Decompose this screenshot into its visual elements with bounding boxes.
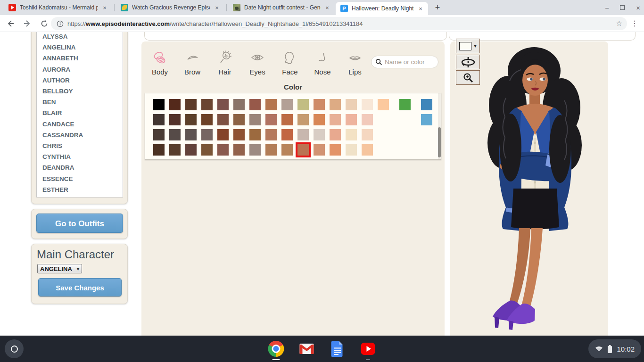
color-swatch[interactable] xyxy=(297,114,309,125)
tab-lips[interactable]: Lips xyxy=(341,50,369,76)
character-list-item[interactable]: CYNTHIA xyxy=(37,151,123,162)
color-swatch[interactable] xyxy=(249,99,261,110)
color-swatch[interactable] xyxy=(169,114,181,125)
color-swatch[interactable] xyxy=(217,114,229,125)
color-swatch[interactable] xyxy=(421,114,432,125)
character-list-item[interactable]: ESSENCE xyxy=(37,173,123,184)
browser-tab-1[interactable]: Toshiki Kadomatsu - Mermaid pr × xyxy=(4,0,112,15)
color-swatch[interactable] xyxy=(201,114,213,125)
color-swatch[interactable] xyxy=(185,129,197,140)
chrome-app-button[interactable] xyxy=(268,341,284,357)
url-text[interactable]: https://www.episodeinteractive.com/write… xyxy=(67,20,612,27)
info-icon[interactable] xyxy=(57,20,64,27)
color-swatch[interactable] xyxy=(265,99,277,110)
color-swatch[interactable] xyxy=(281,99,293,110)
status-tray[interactable]: 10:02 xyxy=(588,339,641,358)
search-input[interactable] xyxy=(385,58,432,66)
tab-close-icon[interactable]: × xyxy=(213,4,221,11)
color-swatch[interactable] xyxy=(362,114,373,125)
color-swatch[interactable] xyxy=(314,129,325,140)
character-list-item[interactable]: CANDACE xyxy=(37,119,123,130)
browser-tab-3[interactable]: Date Night outfit contest - Gener × xyxy=(228,0,335,15)
browser-tab-active[interactable]: P Halloween: Deadly Nightshade: × xyxy=(336,2,428,15)
color-swatch[interactable] xyxy=(362,99,373,110)
scrollbar-thumb[interactable] xyxy=(438,127,441,157)
tab-body[interactable]: Body xyxy=(146,50,173,76)
color-swatch[interactable] xyxy=(378,99,389,110)
color-swatch[interactable] xyxy=(346,99,357,110)
tab-close-icon[interactable]: × xyxy=(323,4,331,11)
color-swatch[interactable] xyxy=(362,129,373,140)
color-swatch[interactable] xyxy=(314,144,325,156)
main-character-select[interactable]: ANGELINA ▾ xyxy=(37,264,82,273)
color-swatch[interactable] xyxy=(330,99,341,110)
color-swatch[interactable] xyxy=(346,129,357,140)
color-swatch[interactable] xyxy=(330,114,341,125)
new-tab-button[interactable]: + xyxy=(432,2,443,14)
color-swatch[interactable] xyxy=(153,144,165,156)
browser-tab-2[interactable]: Watch Gracious Revenge Episod × xyxy=(116,0,224,15)
color-swatch[interactable] xyxy=(249,144,261,156)
tab-face[interactable]: Face xyxy=(276,50,304,76)
color-swatch[interactable] xyxy=(201,129,213,140)
gmail-app-button[interactable] xyxy=(299,341,315,357)
color-swatch[interactable] xyxy=(217,129,229,140)
color-swatch[interactable] xyxy=(153,114,165,125)
color-swatch[interactable] xyxy=(153,129,165,140)
color-swatch[interactable] xyxy=(185,99,197,110)
restore-icon[interactable] xyxy=(620,5,625,10)
color-swatch[interactable] xyxy=(297,99,309,110)
color-swatch[interactable] xyxy=(346,114,357,125)
character-list-item[interactable]: AURORA xyxy=(37,64,123,75)
bookmark-star-icon[interactable]: ☆ xyxy=(616,19,622,28)
color-swatch[interactable] xyxy=(185,114,197,125)
color-swatch[interactable] xyxy=(233,114,245,125)
search-field[interactable] xyxy=(371,56,438,68)
color-swatch[interactable] xyxy=(421,99,432,110)
color-swatch[interactable] xyxy=(169,144,181,156)
color-swatch[interactable] xyxy=(399,99,411,110)
color-swatch[interactable] xyxy=(169,99,181,110)
forward-icon[interactable] xyxy=(21,17,34,30)
character-list-item[interactable]: ALYSSA xyxy=(37,32,123,42)
character-list-item[interactable]: DEANDRA xyxy=(37,162,123,173)
color-swatch[interactable] xyxy=(281,114,293,125)
color-swatch[interactable] xyxy=(201,99,213,110)
color-swatch[interactable] xyxy=(362,144,373,156)
tab-close-icon[interactable]: × xyxy=(417,5,424,12)
go-to-outfits-button[interactable]: Go to Outfits xyxy=(36,214,123,233)
address-bar[interactable]: https://www.episodeinteractive.com/write… xyxy=(51,17,627,30)
color-swatch[interactable] xyxy=(233,144,245,156)
character-list-item[interactable]: CHRIS xyxy=(37,140,123,151)
color-swatch[interactable] xyxy=(217,144,229,156)
color-swatch[interactable] xyxy=(281,129,293,140)
color-swatch[interactable] xyxy=(330,144,341,156)
character-list-item[interactable]: ESTHER xyxy=(37,184,123,195)
tab-hair[interactable]: Hair xyxy=(211,50,239,76)
character-list-item[interactable]: BEN xyxy=(37,97,123,107)
color-swatch[interactable] xyxy=(249,114,261,125)
character-list-item[interactable]: ANNABETH xyxy=(37,53,123,64)
youtube-app-button[interactable] xyxy=(360,341,376,357)
color-swatch[interactable] xyxy=(185,144,197,156)
color-swatch[interactable] xyxy=(346,144,357,156)
tab-brow[interactable]: Brow xyxy=(179,50,206,76)
color-swatch[interactable] xyxy=(330,129,341,140)
color-swatch[interactable] xyxy=(249,129,261,140)
character-list-item[interactable]: BELLBOY xyxy=(37,86,123,97)
launcher-button[interactable] xyxy=(5,339,24,358)
color-swatch[interactable] xyxy=(153,99,165,110)
reload-icon[interactable] xyxy=(38,17,51,30)
color-swatch[interactable] xyxy=(314,114,325,125)
color-swatch[interactable] xyxy=(265,114,277,125)
character-list-item[interactable]: ANGELINA xyxy=(37,42,123,53)
color-swatch[interactable] xyxy=(233,99,245,110)
color-swatch[interactable] xyxy=(297,129,309,140)
color-swatch[interactable] xyxy=(281,144,293,156)
tab-close-icon[interactable]: × xyxy=(101,4,108,11)
color-swatch[interactable] xyxy=(233,129,245,140)
back-icon[interactable] xyxy=(4,17,17,30)
color-swatch[interactable] xyxy=(201,144,213,156)
color-swatch[interactable] xyxy=(265,129,277,140)
close-icon[interactable]: × xyxy=(636,4,640,11)
